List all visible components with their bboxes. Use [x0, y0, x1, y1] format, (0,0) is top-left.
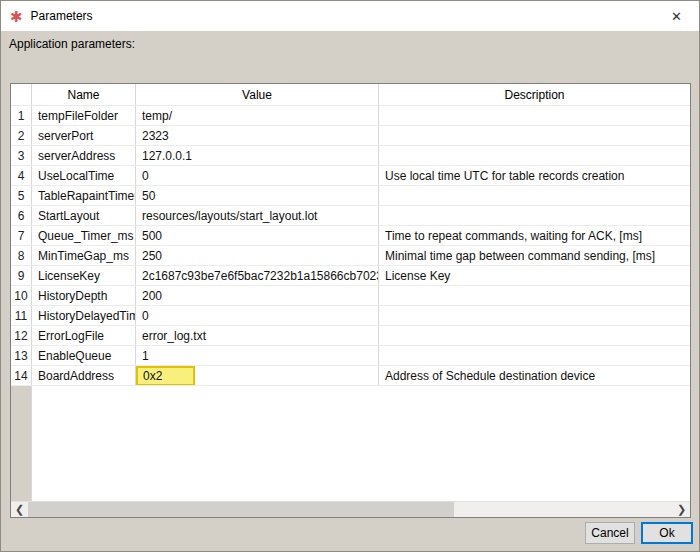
value-cell[interactable]: 50 — [136, 186, 379, 205]
name-cell[interactable]: Queue_Timer_ms — [32, 226, 136, 245]
name-cell[interactable]: tempFileFolder — [32, 106, 136, 125]
description-cell[interactable] — [379, 326, 690, 345]
table-header-row: Name Value Description — [11, 84, 690, 106]
header-corner — [11, 84, 32, 105]
table-row: 1tempFileFoldertemp/ — [11, 106, 690, 126]
value-cell[interactable]: 0 — [136, 166, 379, 185]
value-cell[interactable]: 127.0.0.1 — [136, 146, 379, 165]
header-description[interactable]: Description — [379, 84, 690, 105]
row-number-cell[interactable]: 12 — [11, 326, 32, 345]
row-number-cell[interactable]: 13 — [11, 346, 32, 365]
table-row: 7Queue_Timer_ms500Time to repeat command… — [11, 226, 690, 246]
horizontal-scrollbar[interactable]: ❮ ❯ — [11, 501, 690, 517]
name-cell[interactable]: HistoryDelayedTimer — [32, 306, 136, 325]
header-value[interactable]: Value — [136, 84, 379, 105]
description-cell[interactable]: License Key — [379, 266, 690, 285]
row-number-cell[interactable]: 6 — [11, 206, 32, 225]
value-cell[interactable]: 500 — [136, 226, 379, 245]
description-cell[interactable]: Use local time UTC for table records cre… — [379, 166, 690, 185]
ok-button[interactable]: Ok — [641, 522, 693, 544]
name-cell[interactable]: ErrorLogFile — [32, 326, 136, 345]
row-number-cell[interactable]: 2 — [11, 126, 32, 145]
name-cell[interactable]: HistoryDepth — [32, 286, 136, 305]
cancel-button[interactable]: Cancel — [585, 522, 635, 544]
description-cell[interactable] — [379, 346, 690, 365]
row-header-empty-area — [11, 386, 32, 501]
table-row: 11HistoryDelayedTimer0 — [11, 306, 690, 326]
row-number-cell[interactable]: 8 — [11, 246, 32, 265]
value-cell[interactable]: temp/ — [136, 106, 379, 125]
value-cell[interactable]: 0 — [136, 306, 379, 325]
row-number-cell[interactable]: 14 — [11, 366, 32, 385]
name-cell[interactable]: TableRapaintTimer — [32, 186, 136, 205]
table-row: 4UseLocalTime0Use local time UTC for tab… — [11, 166, 690, 186]
value-cell[interactable]: 2c1687c93be7e6f5bac7232b1a15866cb7023d7b… — [136, 266, 379, 285]
table-row: 6StartLayoutresources/layouts/start_layo… — [11, 206, 690, 226]
description-cell[interactable] — [379, 206, 690, 225]
description-cell[interactable] — [379, 146, 690, 165]
row-number-cell[interactable]: 4 — [11, 166, 32, 185]
value-cell[interactable]: 0x2 — [136, 366, 379, 385]
scrollbar-track[interactable] — [454, 502, 673, 517]
close-icon[interactable]: ✕ — [654, 1, 699, 31]
table-row: 12ErrorLogFileerror_log.txt — [11, 326, 690, 346]
row-number-cell[interactable]: 5 — [11, 186, 32, 205]
scroll-left-icon[interactable]: ❮ — [11, 502, 28, 517]
row-number-cell[interactable]: 11 — [11, 306, 32, 325]
value-cell[interactable]: 200 — [136, 286, 379, 305]
header-name[interactable]: Name — [32, 84, 136, 105]
table-row: 10HistoryDepth200 — [11, 286, 690, 306]
value-cell[interactable]: 2323 — [136, 126, 379, 145]
description-cell[interactable] — [379, 186, 690, 205]
table-body: 1tempFileFoldertemp/2serverPort23233serv… — [11, 106, 690, 386]
name-cell[interactable]: StartLayout — [32, 206, 136, 225]
table-row: 2serverPort2323 — [11, 126, 690, 146]
description-cell[interactable]: Minimal time gap between command sending… — [379, 246, 690, 265]
row-number-cell[interactable]: 10 — [11, 286, 32, 305]
name-cell[interactable]: MinTimeGap_ms — [32, 246, 136, 265]
name-cell[interactable]: serverAddress — [32, 146, 136, 165]
name-cell[interactable]: UseLocalTime — [32, 166, 136, 185]
row-number-cell[interactable]: 9 — [11, 266, 32, 285]
description-cell[interactable]: Address of Schedule destination device — [379, 366, 690, 385]
scrollbar-thumb[interactable] — [28, 502, 454, 517]
name-cell[interactable]: LicenseKey — [32, 266, 136, 285]
value-cell[interactable]: resources/layouts/start_layout.lot — [136, 206, 379, 225]
dialog-buttons: Cancel Ok — [585, 522, 693, 544]
value-cell[interactable]: error_log.txt — [136, 326, 379, 345]
name-cell[interactable]: BoardAddress — [32, 366, 136, 385]
value-cell[interactable]: 1 — [136, 346, 379, 365]
table-row: 5TableRapaintTimer50 — [11, 186, 690, 206]
description-cell[interactable] — [379, 106, 690, 125]
parameters-table: Name Value Description 1tempFileFolderte… — [10, 83, 691, 518]
name-cell[interactable]: EnableQueue — [32, 346, 136, 365]
table-row: 9LicenseKey2c1687c93be7e6f5bac7232b1a158… — [11, 266, 690, 286]
description-cell[interactable]: Time to repeat commands, waiting for ACK… — [379, 226, 690, 245]
asterisk-icon: ✱ — [10, 9, 23, 24]
table-row: 14BoardAddress0x2Address of Schedule des… — [11, 366, 690, 386]
description-cell[interactable] — [379, 126, 690, 145]
row-number-cell[interactable]: 3 — [11, 146, 32, 165]
row-number-cell[interactable]: 7 — [11, 226, 32, 245]
table-row: 13EnableQueue1 — [11, 346, 690, 366]
parameters-dialog: ✱ Parameters ✕ Application parameters: N… — [0, 0, 700, 552]
name-cell[interactable]: serverPort — [32, 126, 136, 145]
window-title: Parameters — [31, 9, 93, 23]
value-cell[interactable]: 250 — [136, 246, 379, 265]
table-row: 8MinTimeGap_ms250Minimal time gap betwee… — [11, 246, 690, 266]
row-number-cell[interactable]: 1 — [11, 106, 32, 125]
scroll-right-icon[interactable]: ❯ — [673, 502, 690, 517]
table-row: 3serverAddress127.0.0.1 — [11, 146, 690, 166]
highlighted-value-cell[interactable]: 0x2 — [136, 366, 195, 385]
description-cell[interactable] — [379, 306, 690, 325]
title-bar: ✱ Parameters ✕ — [1, 1, 699, 31]
application-parameters-label: Application parameters: — [9, 37, 135, 51]
description-cell[interactable] — [379, 286, 690, 305]
